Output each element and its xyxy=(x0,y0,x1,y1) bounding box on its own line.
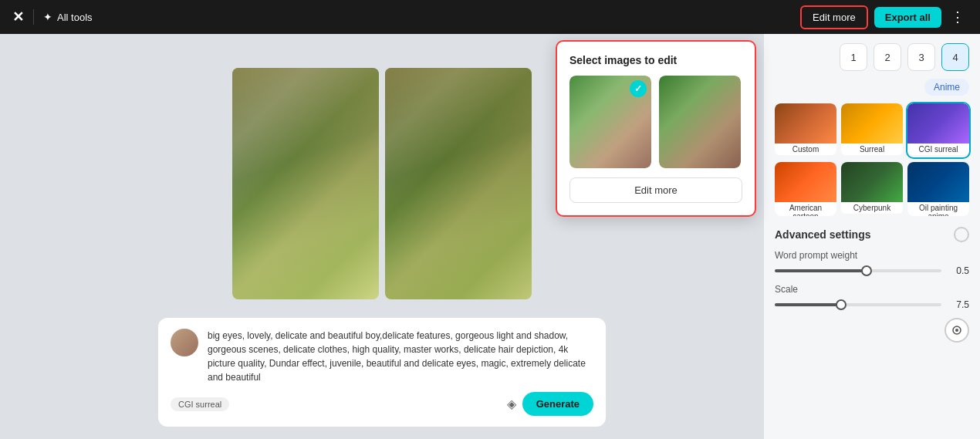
advanced-title: Advanced settings xyxy=(775,228,870,241)
count-1-button[interactable]: 1 xyxy=(840,43,867,71)
count-4-button[interactable]: 4 xyxy=(941,43,969,71)
popup-image-1[interactable]: ✓ xyxy=(569,76,651,168)
tools-icon: ✦ xyxy=(43,11,52,23)
style-cgi-img xyxy=(907,103,969,144)
popup-image-2[interactable] xyxy=(659,76,741,168)
popup-edit-more-button[interactable]: Edit more xyxy=(569,177,742,203)
style-surreal-label: Surreal xyxy=(841,144,903,155)
all-tools-nav[interactable]: ✦ All tools xyxy=(43,11,93,23)
advanced-settings-section: Advanced settings Word prompt weight 0.5… xyxy=(775,227,969,343)
style-cyberpunk-img xyxy=(841,162,903,202)
style-american-label: American cartoon xyxy=(775,202,836,216)
scale-fill xyxy=(775,303,841,306)
count-3-button[interactable]: 3 xyxy=(907,43,935,71)
word-prompt-weight-section: Word prompt weight 0.5 xyxy=(775,250,969,276)
nav-divider xyxy=(33,9,34,25)
menu-dots-icon[interactable]: ⋮ xyxy=(948,8,968,25)
style-custom-img xyxy=(775,103,836,144)
advanced-header: Advanced settings xyxy=(775,227,969,242)
style-american-cartoon[interactable]: American cartoon xyxy=(775,162,836,216)
canvas-area: big eyes, lovely, delicate and beautiful… xyxy=(0,34,764,439)
style-surreal[interactable]: Surreal xyxy=(841,103,903,157)
navbar-left: ✕ ✦ All tools xyxy=(12,8,93,25)
navbar: ✕ ✦ All tools Edit more Export all ⋮ xyxy=(0,0,980,34)
generate-button[interactable]: Generate xyxy=(522,392,593,416)
scale-row: 7.5 xyxy=(775,299,969,310)
advanced-toggle[interactable] xyxy=(954,227,969,242)
style-grid: Custom Surreal CGI surreal American cart… xyxy=(775,103,969,216)
tools-label: All tools xyxy=(57,12,93,23)
style-custom-label: Custom xyxy=(775,144,836,155)
app-logo: ✕ xyxy=(12,8,24,25)
style-custom[interactable]: Custom xyxy=(775,103,836,157)
prompt-avatar xyxy=(171,329,198,356)
anime-style-tag[interactable]: Anime xyxy=(924,79,969,96)
word-prompt-weight-label: Word prompt weight xyxy=(775,250,969,261)
generated-image-2 xyxy=(385,68,532,299)
style-tag-row: Anime xyxy=(775,79,969,96)
magic-button[interactable]: ◈ xyxy=(507,397,516,411)
prompt-content: big eyes, lovely, delicate and beautiful… xyxy=(171,329,593,384)
popup-img-bg-2 xyxy=(659,76,741,168)
style-oil-img xyxy=(907,162,969,202)
popup-overlay: Select images to edit ✓ Edit more xyxy=(556,40,756,217)
scale-value: 7.5 xyxy=(948,299,969,310)
prompt-area: big eyes, lovely, delicate and beautiful… xyxy=(158,318,606,427)
style-oil-painting[interactable]: Oil painting anime xyxy=(907,162,969,216)
scale-thumb[interactable] xyxy=(836,299,847,310)
select-images-popup: Select images to edit ✓ Edit more xyxy=(556,40,756,217)
svg-point-1 xyxy=(955,329,958,332)
edit-more-button[interactable]: Edit more xyxy=(800,5,868,29)
right-sidebar: 1 2 3 4 Anime Custom Surreal CGI surreal xyxy=(764,34,980,439)
export-all-button[interactable]: Export all xyxy=(874,7,941,28)
word-prompt-weight-track[interactable] xyxy=(775,269,941,272)
style-cgi-surreal[interactable]: CGI surreal xyxy=(907,103,969,157)
popup-images: ✓ xyxy=(569,76,742,168)
style-cgi-label: CGI surreal xyxy=(907,144,969,155)
style-cyberpunk-label: Cyberpunk xyxy=(841,202,903,214)
word-prompt-weight-thumb[interactable] xyxy=(861,265,872,276)
style-american-img xyxy=(775,162,836,202)
style-cyberpunk[interactable]: Cyberpunk xyxy=(841,162,903,216)
count-row: 1 2 3 4 xyxy=(775,43,969,71)
prompt-footer: CGI surreal ◈ Generate xyxy=(171,392,593,416)
style-tag-cgi[interactable]: CGI surreal xyxy=(171,397,229,411)
scale-section: Scale 7.5 xyxy=(775,284,969,310)
scale-label: Scale xyxy=(775,284,969,295)
prompt-text: big eyes, lovely, delicate and beautiful… xyxy=(208,329,593,384)
images-grid xyxy=(232,49,532,318)
word-prompt-weight-value: 0.5 xyxy=(948,265,969,276)
circle-action-button[interactable] xyxy=(945,318,969,343)
navbar-right: Edit more Export all ⋮ xyxy=(800,5,968,29)
style-oil-label: Oil painting anime xyxy=(907,202,969,216)
scale-track[interactable] xyxy=(775,303,941,306)
word-prompt-weight-row: 0.5 xyxy=(775,265,969,276)
word-prompt-weight-fill xyxy=(775,269,867,272)
prompt-actions: ◈ Generate xyxy=(507,392,593,416)
count-2-button[interactable]: 2 xyxy=(874,43,901,71)
popup-check-mark: ✓ xyxy=(630,80,647,97)
popup-title: Select images to edit xyxy=(569,54,742,66)
generated-image-1 xyxy=(232,68,379,299)
main-layout: big eyes, lovely, delicate and beautiful… xyxy=(0,34,980,439)
style-surreal-img xyxy=(841,103,903,144)
